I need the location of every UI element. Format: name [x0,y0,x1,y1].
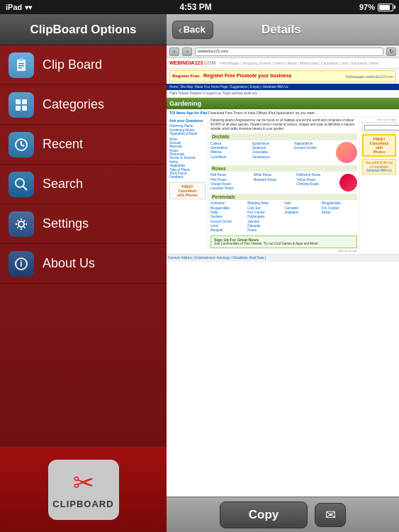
web-back-btn[interactable]: ‹ [169,48,179,56]
settings-label: Settings [43,216,89,231]
page-title-text: Gardening [169,100,201,107]
orchid-ground-orchids: Ground Orchids [294,146,335,150]
web-frame: ‹ › webindia123.com ↻ WEBINDIA123.COM Ye… [167,45,399,497]
perennials-columns: Anthurium Bougainvillea Dalia Gerbera Gr… [210,201,357,233]
orchids-section: Orchids Catleya Dendrobium Miltonia Cymb… [210,133,357,163]
sidebar-item-recent[interactable]: Recent [0,125,167,165]
register-text: Register Free [172,74,199,78]
rose-climbing: Climbing Roses [296,182,338,187]
sidebar-item-categories[interactable]: Categories [0,85,167,125]
free-ad-box: FREE!!ClassifiedswithPhotos [362,134,396,157]
about-label: About Us [43,256,95,271]
copy-button[interactable]: Copy [220,501,308,528]
back-chevron-icon: ‹ [179,24,182,35]
clipboard-icon [9,52,34,78]
logo-box: ✂ CLIPBOARD [48,460,119,520]
page-title-bar: Gardening [167,98,399,110]
nav-enquiry: Enquiry [250,85,261,89]
perennials-heading: Perennials [210,194,357,201]
tagline: YellowPages | Shopping | Events | Videos… [219,61,378,65]
sidebar-items: Clip Board Categories [0,45,167,447]
sidebar-item-search[interactable]: Search [0,165,167,204]
svg-rect-2 [18,63,24,65]
web-content-area[interactable]: ‹ › webindia123.com ↻ WEBINDIA123.COM Ye… [167,45,399,497]
nav-home: Home [169,85,178,89]
web-reload-btn[interactable]: ↻ [386,48,396,56]
promote-text: Register Free Promote your business [203,73,291,78]
classified-ad-2: You will find the out of classifieds Adv… [362,159,396,174]
sidebar-title: ClipBoard Options [30,23,136,37]
perennial-marigold: Marigold [210,228,246,233]
svg-rect-8 [22,106,27,111]
rose-image-placeholder [339,174,357,192]
web-url-text: webindia123.com [198,49,228,54]
battery-icon [378,4,393,11]
banner-sub-text: Yellowpages.webindia123.com [345,74,393,79]
free-classifieds-ad: FREE!!Classifiedswith Photos [172,184,203,197]
back-button[interactable]: ‹ Back [172,21,213,39]
sidebar-header: ClipBoard Options [0,14,167,45]
google-search-box: Search [362,122,396,133]
sidebar-item-about[interactable]: i About Us [0,244,167,284]
roses-col3: Reflection Roses Yellow Roses Climbing R… [296,173,338,191]
google-ad-bar: Flight Tickets! Register to support us. … [167,90,399,97]
banner-area: Register Free Register Free Promote your… [169,70,396,82]
footer-classifieds: Classifieds: [232,256,249,260]
battery-percent: 97% [359,3,375,11]
right-panel-title: Details [213,23,349,37]
right-header: ‹ Back Details [167,14,399,45]
sidebar-item-clipboard[interactable]: Clip Board [0,45,167,85]
perennials-section: Perennials Anthurium Bougainvillea Dalia… [210,194,357,233]
perennial-roses: Roses [247,228,283,233]
nav-advertise: Advertise With Us [263,85,288,89]
status-bar-time: 4:53 PM [179,2,211,12]
wifi-icon: ▾▾ [25,4,32,11]
ask-question-link: Ask your Questions [169,118,206,123]
status-bar-right: 97% [359,3,393,11]
orchids-col3: Haptianthium Ground Orchids [294,142,335,163]
google-search-input[interactable] [364,125,399,131]
left-nav-column: Ask your Questions Flowering Plants Gard… [169,118,208,253]
orchids-col2: Epidendrum Spiderpot Greoulates Vandaceo… [252,142,293,163]
right-panel: ‹ Back Details ‹ › webindia123.com ↻ [167,14,399,532]
action-bar: Copy ✉ [167,497,399,532]
scissors-icon: ✂ [73,470,94,496]
perennials-col1: Anthurium Bougainvillea Dalia Gerbera Gr… [210,201,246,233]
sidebar-logo: ✂ CLIPBOARD [0,447,167,532]
clipboard-label: Clip Board [43,57,102,72]
orchids-columns: Catleya Dendrobium Miltonia Cymbidium Ep… [210,142,357,163]
web-url-bar[interactable]: webindia123.com [195,48,383,56]
roses-columns: Red Roses Pink Roses Orange Roses Lavend… [210,173,357,191]
roses-heading: Roses [210,165,357,172]
ads-by-google: Ads by Google [210,250,357,253]
footer-general: General: [168,256,180,260]
nav-sep5: | [262,85,262,89]
sidebar-item-settings[interactable]: Settings [0,204,167,244]
signup-heading: Sign Up For Great News [214,238,259,242]
perennials-col2: Bleeding Heart Cat's Ear Fire Cracker Hy… [247,201,283,233]
mail-button[interactable]: ✉ [315,503,346,527]
sidebar: ClipBoard Options Clip Board [0,14,167,532]
site-nav: Home | Site Map | Make Your Home Page | … [167,84,399,90]
footer-entertainment: Entertainment: [195,256,215,260]
article-body: Flowering plants (Angiosperms) can be fo… [210,118,357,131]
footer-address: Address | [181,256,194,260]
center-content: Flowering plants (Angiosperms) can be fo… [210,118,357,253]
banner-url: Yellowpages.webindia123.com [345,74,393,79]
article-intro: TOI News App for iPad Download Free Time… [167,109,399,117]
svg-rect-6 [22,99,27,104]
logo-text: CLIPBOARD [52,499,113,509]
toi-link: TOI News App for iPad [169,111,208,115]
perennials-col4: Bougainvillea Fire Cracker Amber [322,201,357,233]
recent-label: Recent [43,137,83,152]
orchids-heading: Orchids [210,133,357,140]
left-nav-feedback: Feedback [169,175,206,179]
content-columns: Ask your Questions Flowering Plants Gard… [167,117,399,254]
rose-lavender: Lavender Roses [210,187,252,191]
main-container: ClipBoard Options Clip Board [0,14,399,532]
register-link: Register Free Register Free Promote your… [172,73,292,79]
web-forward-btn[interactable]: › [182,48,192,56]
orchid-cymbidium: Cymbidium [210,155,251,160]
google-ad-text: Flight Tickets! Register to support us. … [169,92,257,95]
webindia-logo: WEBINDIA123.COM [169,60,215,66]
